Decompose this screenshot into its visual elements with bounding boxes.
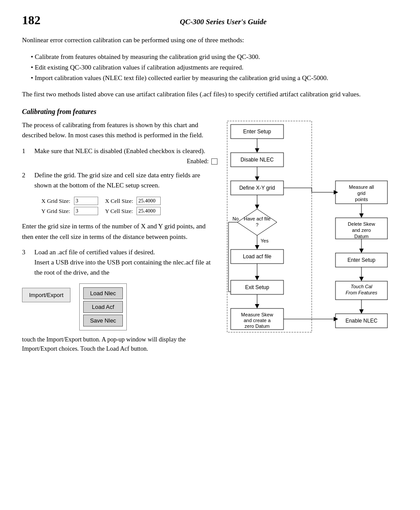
svg-text:Enable NLEC: Enable NLEC [346, 318, 378, 324]
enabled-row: Enabled: [22, 158, 217, 165]
step-num-3: 3 [22, 247, 31, 278]
page-header: 182 QC-300 Series User's Guide [22, 13, 398, 27]
svg-marker-26 [255, 276, 259, 280]
svg-text:Define X-Y grid: Define X-Y grid [239, 185, 275, 191]
load-acf-button[interactable]: Load Acf [83, 301, 123, 313]
save-nlec-button[interactable]: Save Nlec [83, 315, 123, 327]
page-number: 182 [22, 13, 48, 27]
svg-marker-11 [255, 205, 259, 209]
import-export-button[interactable]: Import/Export [22, 288, 70, 302]
step-num-1: 1 [22, 146, 31, 156]
svg-text:Measure all: Measure all [349, 184, 374, 190]
grid-size-table: X Grid Size: X Cell Size: Y Grid Size: Y… [40, 196, 217, 216]
x-grid-input[interactable] [74, 197, 98, 205]
bullet-list: Calibrate from features obtained by meas… [31, 51, 398, 83]
y-grid-label: Y Grid Size: [40, 206, 72, 216]
page-title: QC-300 Series User's Guide [48, 18, 398, 26]
svg-text:Yes: Yes [261, 238, 269, 243]
svg-marker-56 [359, 309, 364, 314]
svg-marker-41 [359, 213, 364, 218]
flowchart-column: Enter Setup Disable NLEC Define X-Y grid [226, 120, 398, 393]
x-cell-input[interactable] [136, 197, 161, 205]
svg-text:Load acf file: Load acf file [243, 253, 272, 260]
flowchart-svg: Enter Setup Disable NLEC Define X-Y grid [226, 120, 394, 393]
svg-text:Touch Cal: Touch Cal [350, 284, 372, 289]
left-column: The process of calibrating from features… [22, 120, 217, 359]
step-text-1: Make sure that NLEC is disabled (Enabled… [34, 146, 217, 156]
svg-text:Delete Skew: Delete Skew [348, 221, 375, 227]
y-grid-input[interactable] [74, 207, 98, 215]
flowchart: Enter Setup Disable NLEC Define X-Y grid [226, 120, 394, 393]
x-grid-label: X Grid Size: [40, 196, 72, 206]
intro-footnote: The first two methods listed above can u… [22, 89, 398, 99]
page: 182 QC-300 Series User's Guide Nonlinear… [0, 0, 420, 411]
enabled-checkbox[interactable] [211, 158, 217, 165]
step-text-3: Load an .acf file of certified values if… [34, 247, 217, 278]
bullet-item-1: Calibrate from features obtained by meas… [31, 51, 398, 62]
intro-paragraph: Nonlinear error correction calibration c… [22, 35, 398, 45]
section-body-text: The process of calibrating from features… [22, 120, 217, 141]
import-export-container: Import/Export [22, 283, 70, 302]
y-cell-label: Y Cell Size: [100, 206, 135, 216]
svg-marker-47 [359, 249, 364, 253]
bottom-section: Import/Export Load Nlec Load Acf Save Nl… [22, 283, 217, 330]
svg-text:Disable NLEC: Disable NLEC [240, 157, 274, 163]
svg-marker-7 [255, 176, 259, 181]
bullet-item-3: Import calibration values (NLEC text fil… [31, 73, 398, 83]
bottom-text: touch the Import/Export button. A pop-up… [22, 335, 217, 354]
bullet-item-2: Edit existing QC-300 calibration values … [31, 62, 398, 73]
svg-text:Measure Skew: Measure Skew [241, 312, 273, 317]
section-heading: Calibrating from features [22, 108, 398, 116]
svg-text:grid: grid [357, 191, 365, 196]
y-cell-input[interactable] [136, 207, 161, 215]
svg-text:and create a: and create a [243, 318, 271, 323]
step-num-2: 2 [22, 170, 31, 191]
svg-text:points: points [355, 197, 368, 202]
step-2-extra-text: Enter the grid size in terms of the numb… [22, 221, 217, 242]
svg-text:Enter Setup: Enter Setup [243, 128, 271, 135]
enabled-label: Enabled: [187, 158, 209, 165]
svg-marker-51 [359, 277, 364, 281]
button-group: Load Nlec Load Acf Save Nlec [79, 283, 127, 330]
svg-marker-3 [255, 148, 259, 153]
svg-text:and zero: and zero [352, 227, 371, 233]
load-nlec-button[interactable]: Load Nlec [83, 287, 123, 299]
svg-marker-21 [255, 245, 259, 249]
main-content: The process of calibrating from features… [22, 120, 398, 393]
step-3: 3 Load an .acf file of certified values … [22, 247, 217, 278]
svg-text:Have acf file: Have acf file [244, 216, 271, 221]
step-text-2: Define the grid. The grid size and cell … [34, 170, 217, 191]
svg-text:Datum: Datum [354, 234, 368, 239]
svg-text:?: ? [256, 222, 258, 227]
svg-text:zero Datum: zero Datum [245, 323, 270, 329]
svg-text:Exit Setup: Exit Setup [245, 284, 269, 290]
svg-marker-30 [255, 304, 259, 308]
svg-text:No: No [232, 216, 239, 221]
step-2: 2 Define the grid. The grid size and cel… [22, 170, 217, 191]
step-1: 1 Make sure that NLEC is disabled (Enabl… [22, 146, 217, 165]
svg-text:Enter Setup: Enter Setup [347, 257, 376, 263]
x-cell-label: X Cell Size: [100, 196, 135, 206]
svg-text:From Features: From Features [346, 290, 378, 295]
